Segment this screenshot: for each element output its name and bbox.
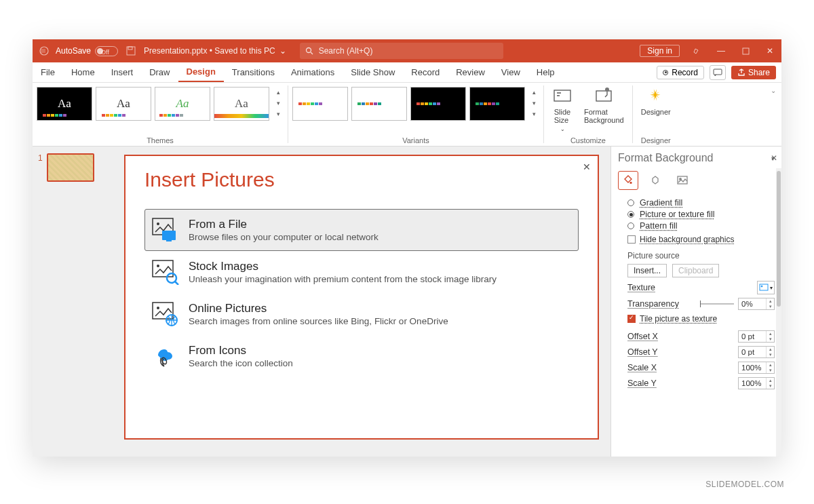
document-name[interactable]: Presentation.pptx • Saved to this PC ⌄ — [144, 46, 286, 56]
svg-rect-13 — [162, 231, 176, 240]
maximize-icon[interactable] — [738, 43, 753, 58]
transparency-row: Transparency 0%▴▾ — [627, 298, 775, 310]
sign-in-button[interactable]: Sign in — [640, 45, 680, 57]
theme-thumb-3[interactable]: Aa — [155, 87, 210, 121]
scale-y-row: Scale Y100%▴▾ — [627, 377, 775, 389]
stock-image-icon — [151, 258, 180, 286]
tab-view[interactable]: View — [493, 62, 528, 82]
checkbox-tile[interactable]: Tile picture as texture — [627, 314, 775, 324]
toggle-switch-icon: Off — [95, 46, 118, 56]
powerpoint-icon — [37, 43, 52, 58]
share-button[interactable]: Share — [731, 66, 776, 79]
clipboard-button[interactable]: Clipboard — [672, 264, 719, 277]
svg-rect-6 — [743, 48, 749, 54]
option-stock-images[interactable]: Stock ImagesUnleash your imagination wit… — [144, 251, 579, 293]
tab-transitions[interactable]: Transitions — [224, 62, 283, 82]
theme-thumb-2[interactable]: Aa — [96, 87, 151, 121]
search-icon — [305, 47, 313, 55]
option-from-icons[interactable]: From IconsSearch the icon collection — [144, 335, 579, 377]
svg-point-4 — [306, 48, 311, 53]
insert-picture-button[interactable]: Insert... — [627, 264, 667, 277]
svg-point-10 — [605, 88, 609, 92]
dialog-title: Insert Pictures — [144, 168, 579, 191]
panel-title: Format Background▾ — [618, 152, 775, 164]
transparency-slider[interactable] — [700, 303, 734, 305]
workspace: 1 ✕ Insert Pictures From a FileBrowse fi… — [33, 147, 781, 457]
search-input[interactable]: Search (Alt+Q) — [300, 43, 503, 59]
autosave-toggle[interactable]: AutoSave Off — [56, 46, 118, 56]
variants-group: ▴▾▾ Variants — [288, 83, 543, 146]
tab-home[interactable]: Home — [63, 62, 103, 82]
variant-3[interactable] — [410, 87, 466, 121]
title-bar: AutoSave Off Presentation.pptx • Saved t… — [33, 39, 781, 62]
panel-scrollbar[interactable] — [776, 168, 781, 457]
variant-4[interactable] — [469, 87, 525, 121]
offset-y-input[interactable]: 0 pt▴▾ — [738, 346, 775, 358]
offset-x-input[interactable]: 0 pt▴▾ — [738, 330, 775, 343]
svg-rect-25 — [760, 284, 768, 290]
tab-design[interactable]: Design — [178, 62, 224, 82]
collapse-ribbon-icon[interactable]: ⌄ — [765, 83, 781, 146]
svg-point-17 — [167, 273, 176, 283]
transparency-value[interactable]: 0%▴▾ — [738, 298, 775, 310]
slide-preview — [47, 153, 94, 182]
tab-animations[interactable]: Animations — [283, 62, 343, 82]
panel-close-icon[interactable]: ✕ — [771, 153, 777, 163]
checkbox-hide-bg[interactable]: Hide background graphics — [627, 235, 775, 244]
record-dot-icon — [663, 70, 668, 75]
option-from-file[interactable]: From a FileBrowse files on your computer… — [144, 209, 579, 251]
tab-file[interactable]: File — [33, 62, 63, 82]
insert-pictures-dialog: ✕ Insert Pictures From a FileBrowse file… — [124, 155, 599, 440]
variants-more[interactable]: ▴▾▾ — [528, 87, 539, 121]
themes-group: Aa Aa Aa Aa ▴▾▾ Themes — [33, 83, 288, 146]
mic-icon[interactable] — [689, 43, 704, 58]
designer-label: Designer — [641, 136, 671, 144]
fill-tab-icon[interactable] — [618, 171, 638, 190]
customize-group: Slide Size⌄ Format Background Customize — [544, 83, 632, 146]
minimize-icon[interactable]: — — [714, 43, 729, 58]
radio-picture-fill[interactable]: Picture or texture fill — [627, 210, 775, 219]
themes-more[interactable]: ▴▾▾ — [273, 87, 284, 121]
tab-help[interactable]: Help — [528, 62, 563, 82]
radio-pattern-fill[interactable]: Pattern fill — [627, 221, 775, 231]
option-online-pictures[interactable]: Online PicturesSearch images from online… — [144, 293, 579, 335]
svg-rect-9 — [596, 91, 611, 101]
scale-y-input[interactable]: 100%▴▾ — [738, 377, 775, 389]
tab-review[interactable]: Review — [448, 62, 493, 82]
autosave-label: AutoSave — [56, 46, 91, 56]
svg-rect-7 — [714, 69, 722, 75]
offset-y-row: Offset Y0 pt▴▾ — [627, 346, 775, 358]
scale-x-input[interactable]: 100%▴▾ — [738, 362, 775, 374]
designer-button[interactable]: Designer — [637, 87, 675, 116]
tab-record[interactable]: Record — [403, 62, 448, 82]
svg-point-16 — [157, 265, 159, 267]
theme-thumb-1[interactable]: Aa — [37, 87, 92, 121]
tab-slideshow[interactable]: Slide Show — [343, 62, 403, 82]
theme-thumb-4[interactable]: Aa — [214, 87, 269, 121]
customize-label: Customize — [570, 136, 606, 144]
scale-x-row: Scale X100%▴▾ — [627, 362, 775, 374]
chevron-down-icon: ⌄ — [279, 46, 286, 56]
comments-button[interactable] — [710, 65, 726, 80]
tab-draw[interactable]: Draw — [141, 62, 178, 82]
designer-icon — [646, 87, 665, 106]
radio-gradient-fill[interactable]: Gradient fill — [627, 198, 775, 208]
variant-1[interactable] — [292, 87, 348, 121]
online-picture-icon — [151, 301, 180, 328]
dialog-close-icon[interactable]: ✕ — [583, 161, 591, 172]
texture-picker[interactable]: ▾ — [757, 281, 775, 294]
slide-thumb-1[interactable]: 1 — [38, 153, 102, 182]
svg-point-26 — [761, 286, 762, 287]
close-icon[interactable]: ✕ — [762, 43, 777, 58]
picture-tab-icon[interactable] — [672, 171, 693, 190]
save-icon[interactable] — [123, 43, 138, 58]
tab-insert[interactable]: Insert — [103, 62, 142, 82]
format-background-button[interactable]: Format Background — [580, 87, 628, 132]
record-button[interactable]: Record — [657, 66, 704, 79]
menu-bar: File Home Insert Draw Design Transitions… — [33, 62, 781, 83]
slide-size-button[interactable]: Slide Size⌄ — [548, 87, 577, 132]
effects-tab-icon[interactable] — [645, 171, 665, 190]
variant-2[interactable] — [351, 87, 407, 121]
texture-row: Texture ▾ — [627, 281, 775, 294]
slide-thumbnails: 1 — [33, 147, 107, 457]
